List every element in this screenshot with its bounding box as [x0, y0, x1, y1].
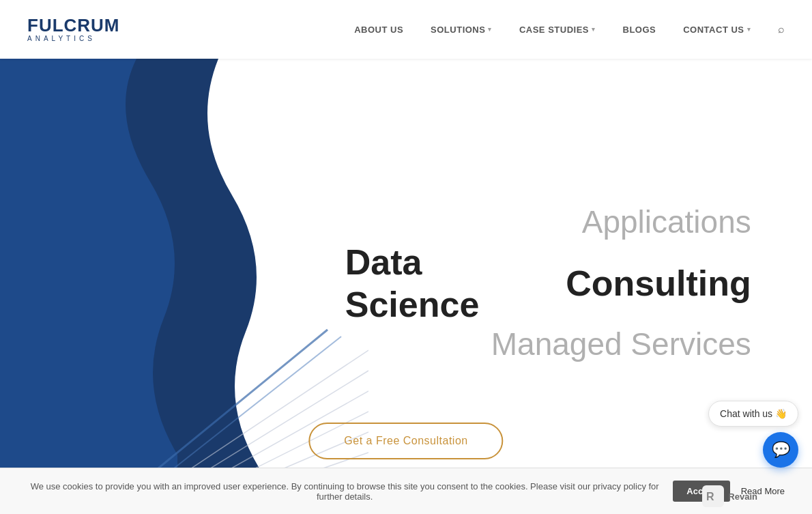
logo-name-top: FULCRUM	[27, 16, 120, 34]
hero-text-block: Applications Data Science Consulting Man…	[345, 203, 751, 363]
chat-icon: 💬	[772, 441, 790, 459]
nav-links: ABOUT US SOLUTIONS ▾ CASE STUDIES ▾ BLOG…	[354, 23, 785, 35]
hero-text-managed-services: Managed Services	[345, 326, 751, 363]
nav-item-blogs[interactable]: BLOGS	[623, 23, 656, 35]
search-button[interactable]: ⌕	[778, 23, 785, 35]
hero-text-applications: Applications	[345, 203, 751, 240]
hero-section: Applications Data Science Consulting Man…	[0, 59, 812, 514]
chevron-down-icon: ▾	[488, 26, 492, 33]
search-icon: ⌕	[778, 23, 785, 35]
hero-text-middle: Data Science Consulting	[345, 240, 751, 326]
nav-item-solutions[interactable]: SOLUTIONS ▾	[431, 25, 492, 35]
hero-text-data-science: Data Science	[345, 240, 549, 326]
chat-widget: Chat with us 👋 💬	[708, 401, 798, 468]
chevron-down-icon: ▾	[747, 26, 751, 33]
nav-link-blogs[interactable]: BLOGS	[623, 25, 656, 35]
navbar: FULCRUM ANALYTICS ABOUT US SOLUTIONS ▾ C…	[0, 0, 812, 59]
nav-item-case-studies[interactable]: CASE STUDIES ▾	[519, 25, 596, 35]
nav-link-case-studies[interactable]: CASE STUDIES ▾	[519, 25, 596, 35]
chat-open-button[interactable]: 💬	[763, 432, 798, 468]
nav-link-contact[interactable]: CONTACT US ▾	[683, 25, 751, 35]
chevron-down-icon: ▾	[592, 26, 596, 33]
nav-item-about[interactable]: ABOUT US	[354, 23, 403, 35]
logo[interactable]: FULCRUM ANALYTICS	[27, 16, 120, 42]
revain-label: Revain	[728, 491, 757, 502]
nav-link-about[interactable]: ABOUT US	[354, 25, 403, 35]
cta-consultation-button[interactable]: Get a Free Consultation	[308, 423, 503, 459]
nav-item-contact[interactable]: CONTACT US ▾	[683, 25, 751, 35]
logo-name-bottom: ANALYTICS	[27, 35, 120, 42]
svg-text:R: R	[706, 491, 714, 502]
revain-widget[interactable]: R Revain	[702, 485, 757, 507]
cookie-message: We use cookies to provide you with an im…	[27, 481, 662, 502]
hero-text-consulting: Consulting	[566, 262, 751, 304]
chat-bubble: Chat with us 👋	[708, 401, 798, 427]
nav-item-search[interactable]: ⌕	[778, 23, 785, 35]
nav-link-solutions[interactable]: SOLUTIONS ▾	[431, 25, 492, 35]
cookie-banner: We use cookies to provide you with an im…	[0, 468, 812, 514]
revain-icon: R	[702, 485, 724, 507]
